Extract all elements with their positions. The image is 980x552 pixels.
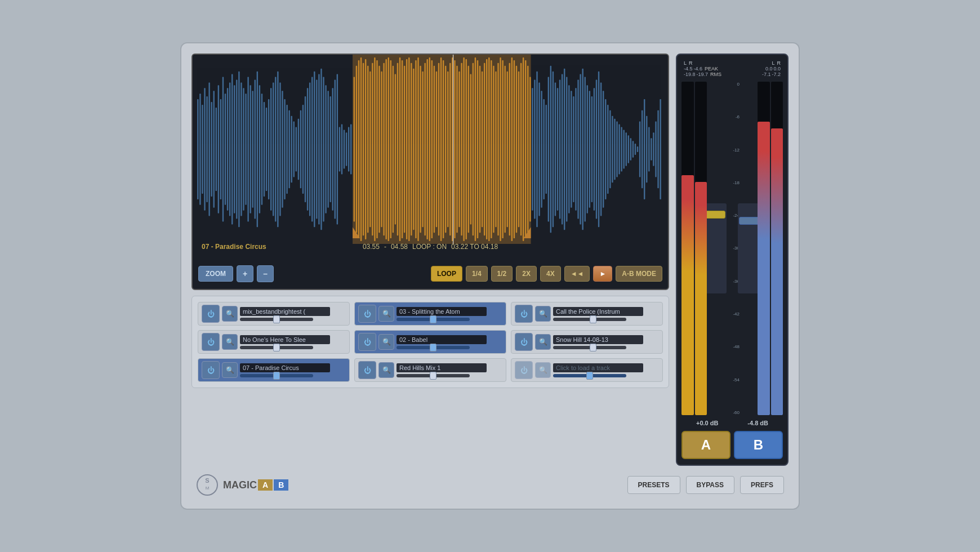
scale-42: -42	[724, 311, 740, 317]
track-7-search[interactable]: 🔍	[222, 362, 238, 378]
track-9-power[interactable]: ⏻	[515, 361, 533, 379]
track-2-slider[interactable]	[397, 318, 470, 321]
magic-ab-badge: MAGIC A B	[223, 479, 288, 491]
meter-a-l-label: L	[684, 60, 687, 66]
svg-rect-173	[589, 91, 590, 208]
track-6-power[interactable]: ⏻	[515, 333, 533, 351]
track-7-info: 07 - Paradise Circus	[240, 363, 346, 377]
track-5-search[interactable]: 🔍	[378, 334, 394, 350]
meter-a-r-peak: -4.6	[694, 66, 703, 72]
fader-a[interactable]	[704, 203, 727, 293]
svg-rect-109	[443, 60, 444, 238]
svg-rect-18	[236, 79, 237, 219]
track-4-search[interactable]: 🔍	[222, 334, 238, 350]
svg-rect-163	[566, 77, 567, 222]
meter-b-l-label: L	[772, 60, 774, 66]
scale-30: -30	[724, 246, 740, 251]
svg-rect-5	[206, 96, 207, 202]
svg-rect-179	[603, 91, 604, 208]
svg-rect-162	[564, 69, 565, 230]
btn-a[interactable]: A	[681, 431, 730, 459]
abmode-button[interactable]: A-B MODE	[616, 266, 662, 282]
bypass-button[interactable]: BYPASS	[686, 476, 734, 494]
svg-rect-74	[363, 63, 364, 235]
svg-rect-8	[213, 91, 215, 208]
track-1-slider[interactable]	[240, 318, 313, 321]
svg-rect-123	[475, 57, 476, 241]
app-container: 07 - Paradise Circus 03.55 - 04.58 LOOP …	[180, 42, 800, 510]
svg-rect-88	[395, 74, 396, 225]
svg-rect-136	[504, 66, 505, 233]
x2-button[interactable]: 2X	[516, 266, 537, 282]
track-3-search[interactable]: 🔍	[535, 306, 551, 322]
svg-rect-110	[445, 66, 446, 233]
track-3-power[interactable]: ⏻	[515, 305, 533, 323]
track-7-slider[interactable]	[240, 374, 313, 377]
svg-rect-201	[653, 132, 654, 166]
track-6-slider[interactable]	[553, 346, 626, 349]
prefs-button[interactable]: PREFS	[740, 476, 784, 494]
track-2-power[interactable]: ⏻	[358, 305, 376, 323]
svg-rect-152	[541, 91, 542, 208]
track-8-power[interactable]: ⏻	[358, 361, 376, 379]
track-1-power[interactable]: ⏻	[202, 305, 220, 323]
track-1-name: mix_bestandbrightest (	[240, 307, 330, 316]
track-6-name: Snow Hill 14-08-13	[553, 335, 643, 344]
svg-rect-34	[273, 82, 274, 216]
prev-button[interactable]: ◄◄	[564, 266, 590, 282]
track-5-slider[interactable]	[397, 346, 470, 349]
svg-rect-198	[646, 116, 647, 183]
svg-rect-183	[612, 116, 613, 183]
x4-button[interactable]: 4X	[540, 266, 561, 282]
zoom-in-button[interactable]: +	[237, 265, 253, 282]
presets-button[interactable]: PRESETS	[627, 476, 680, 494]
track-2-search[interactable]: 🔍	[378, 306, 394, 322]
loop-button[interactable]: LOOP	[431, 266, 462, 282]
track-7-power[interactable]: ⏻	[202, 361, 220, 379]
svg-rect-7	[211, 102, 212, 197]
track-5-info: 02 - Babel	[397, 335, 502, 349]
svg-rect-97	[415, 60, 416, 238]
track-9-search[interactable]: 🔍	[535, 362, 551, 378]
svg-rect-203	[657, 110, 658, 188]
frac14-button[interactable]: 1/4	[466, 266, 488, 282]
scale-6: -6	[724, 114, 740, 119]
svg-rect-57	[325, 85, 326, 213]
zoom-button[interactable]: ZOOM	[198, 266, 233, 282]
svg-rect-104	[431, 60, 433, 238]
svg-rect-14	[227, 88, 228, 210]
meter-b-right-fill	[771, 128, 783, 415]
track-8-slider[interactable]	[397, 374, 470, 377]
svg-rect-106	[436, 72, 437, 228]
bottom-bar: S M MAGIC A B PRESETS BYPASS PREFS	[191, 471, 789, 498]
meter-group-b	[758, 82, 783, 415]
track-4-slider[interactable]	[240, 346, 313, 349]
svg-rect-171	[584, 77, 585, 222]
track-5-power[interactable]: ⏻	[358, 333, 376, 351]
zoom-out-button[interactable]: –	[257, 265, 274, 282]
svg-rect-16	[231, 74, 233, 225]
fader-b[interactable]	[738, 203, 760, 293]
track-8-search[interactable]: 🔍	[378, 362, 394, 378]
track-4-power[interactable]: ⏻	[202, 333, 220, 351]
track-row-5: ⏻ 🔍 02 - Babel	[354, 330, 506, 354]
track-9-slider[interactable]	[553, 374, 626, 377]
svg-rect-13	[225, 94, 226, 205]
svg-rect-87	[393, 66, 394, 233]
svg-rect-75	[365, 59, 366, 239]
svg-rect-120	[468, 66, 469, 233]
svg-rect-121	[470, 74, 471, 225]
svg-rect-37	[279, 82, 280, 216]
play-button[interactable]: ►	[593, 266, 612, 282]
track-6-search[interactable]: 🔍	[535, 334, 551, 350]
track-7-slider-row	[240, 374, 346, 377]
frac12-button[interactable]: 1/2	[491, 266, 513, 282]
track-4-slider-row	[240, 346, 346, 349]
svg-rect-143	[520, 63, 522, 235]
svg-rect-48	[305, 96, 306, 202]
meter-b-r-rms: -7.2	[772, 72, 781, 77]
track-3-slider[interactable]	[553, 318, 626, 321]
track-1-search[interactable]: 🔍	[222, 306, 238, 322]
btn-b[interactable]: B	[734, 431, 783, 459]
scale-60: -60	[724, 410, 740, 415]
